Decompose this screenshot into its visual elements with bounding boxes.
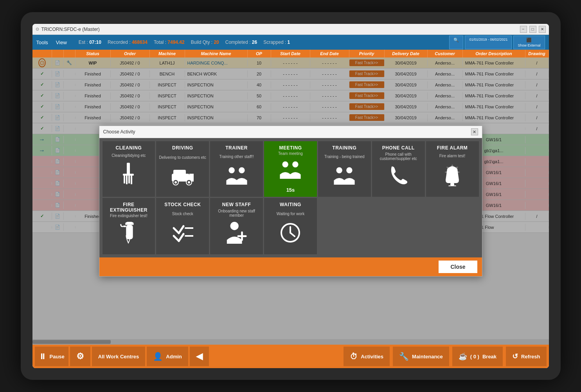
activity-driving-desc: Delivering to customers etc: [159, 155, 206, 160]
activity-phone-title: PHONE CALL: [382, 145, 415, 151]
est-value: 07:10: [89, 40, 101, 45]
show-external-button[interactable]: ⬛ Show External: [513, 36, 545, 49]
waiting-icon: [280, 222, 301, 247]
screen: ⊙ TRICORN:SFDC-e (Master) − □ ✕ Tools Vi…: [32, 24, 549, 368]
tools-menu[interactable]: Tools: [36, 40, 48, 45]
break-count: ( 0 ): [470, 354, 479, 360]
close-modal-button[interactable]: Close: [439, 261, 477, 273]
date-range: 01/01/2019 - 06/02/2021: [469, 38, 507, 41]
activity-training[interactable]: TRAINING Training - being trained: [318, 141, 371, 197]
activity-meeting[interactable]: MEETING Team meeting 15s: [264, 141, 317, 197]
activity-trainer[interactable]: TRAINER Training other staff!!: [210, 141, 263, 197]
scrapped-value: 1: [288, 40, 290, 45]
title-bar-controls: − □ ✕: [520, 26, 546, 33]
menu-right: 🔍 01/01/2019 - 06/02/2021 ⬛ Show Externa…: [449, 36, 545, 49]
build-qty-label: Build Qty :: [191, 40, 212, 45]
activity-fire-alarm-title: FIRE ALARM: [437, 145, 468, 151]
activity-new-staff[interactable]: NEW STAFF Onboarding new staff member: [210, 198, 263, 254]
maintenance-label: Maintenance: [412, 354, 443, 360]
admin-button[interactable]: 👤 Admin: [147, 347, 188, 366]
svg-rect-5: [131, 176, 132, 184]
close-window-button[interactable]: ✕: [539, 26, 546, 33]
svg-rect-8: [173, 170, 186, 175]
svg-rect-23: [123, 226, 126, 227]
minimize-button[interactable]: −: [520, 26, 527, 33]
activity-empty-3: [426, 198, 479, 254]
pause-button[interactable]: ⏸ Pause: [35, 347, 68, 366]
activity-trainer-title: TRAINER: [225, 145, 248, 151]
activities-icon: ⏱: [350, 352, 358, 361]
activity-stock-desc: Stock check: [172, 212, 193, 216]
total-value: 7494.42: [167, 40, 184, 45]
activity-waiting-desc: Waiting for work: [277, 212, 304, 216]
col-header-op: OP: [248, 50, 271, 58]
menu-stats: Est : 07:10 Recorded : 468634 Total : 74…: [79, 40, 290, 45]
break-button[interactable]: ☕ ( 0 ) Break: [452, 347, 503, 366]
svg-point-12: [188, 181, 190, 183]
modal-title-bar: Choose Activity ✕: [99, 126, 482, 138]
col-header-customer: Customer: [428, 50, 463, 58]
calendar-button[interactable]: 01/01/2019 - 06/02/2021: [465, 36, 512, 49]
svg-point-17: [336, 167, 342, 173]
trainer-icon: [225, 165, 248, 190]
external-icon: ⬛: [526, 38, 532, 43]
person-icon: 👤: [153, 352, 163, 361]
activity-phone-call[interactable]: PHONE CALL Phone call with customer/supp…: [372, 141, 425, 197]
activity-driving[interactable]: DRIVING Delivering to customers etc: [156, 141, 209, 197]
refresh-button[interactable]: ↺ Refresh: [506, 347, 546, 366]
pause-icon: ⏸: [39, 352, 47, 361]
search-button[interactable]: 🔍: [449, 36, 463, 49]
search-icon: 🔍: [453, 38, 459, 43]
back-icon: ◀: [196, 351, 203, 361]
modal-title: Choose Activity: [103, 129, 135, 135]
svg-line-25: [179, 226, 183, 233]
bottom-right-controls: ⏱ Activities 🔧 Maintenance ☕ ( 0 ) Break…: [343, 347, 547, 366]
phone-icon: [389, 165, 408, 190]
scrapped-label: Scrapped :: [263, 40, 286, 45]
activity-fire-ext-desc: Fire extinguisher test!: [110, 214, 147, 218]
col-header-delivery: Delivery Date: [385, 50, 428, 58]
svg-rect-19: [450, 183, 454, 185]
refresh-icon: ↺: [512, 352, 518, 361]
activity-phone-desc: Phone call with customer/supplier etc: [374, 152, 423, 161]
svg-point-14: [239, 167, 245, 173]
svg-rect-1: [123, 174, 134, 176]
view-menu[interactable]: View: [56, 40, 67, 45]
settings-button[interactable]: ⚙: [70, 347, 90, 366]
svg-rect-3: [126, 176, 128, 184]
stock-check-icon: [172, 222, 193, 247]
activity-new-staff-desc: Onboarding new staff member: [212, 209, 261, 218]
activity-new-staff-title: NEW STAFF: [222, 202, 251, 207]
activities-button[interactable]: ⏱ Activities: [344, 347, 390, 366]
activity-fire-alarm-desc: Fire alarm test!: [439, 154, 466, 158]
col-header-status: Status: [76, 50, 111, 58]
settings-icon: ⚙: [76, 351, 84, 361]
svg-point-15: [282, 162, 288, 167]
admin-label: Admin: [166, 354, 182, 360]
activity-waiting[interactable]: WAITING Waiting for work: [264, 198, 317, 254]
modal-overlay: Choose Activity ✕ CLEANING Cleaning/tidy…: [32, 58, 549, 345]
activity-cleaning-title: CLEANING: [116, 145, 142, 151]
svg-point-18: [346, 167, 352, 173]
maintenance-icon: 🔧: [399, 352, 409, 361]
activity-stock-check[interactable]: STOCK CHECK Stock check: [156, 198, 209, 254]
col-header-check: [32, 50, 52, 58]
activity-empty-1: [318, 198, 371, 254]
maintenance-button[interactable]: 🔧 Maintenance: [393, 347, 449, 366]
title-bar: ⊙ TRICORN:SFDC-e (Master) − □ ✕: [32, 24, 549, 35]
activity-grid: CLEANING Cleaning/tidying etc: [99, 138, 482, 257]
training-icon: [333, 165, 356, 190]
back-button[interactable]: ◀: [190, 347, 209, 366]
activity-training-title: TRAINING: [332, 145, 356, 151]
est-label: Est :: [79, 40, 88, 45]
modal-x-button[interactable]: ✕: [471, 128, 478, 135]
maximize-button[interactable]: □: [529, 26, 536, 33]
activity-fire-alarm[interactable]: FIRE ALARM Fire alarm test!: [426, 141, 479, 197]
svg-rect-2: [124, 176, 125, 183]
activity-cleaning[interactable]: CLEANING Cleaning/tidying etc: [103, 141, 155, 197]
activity-trainer-desc: Training other staff!!: [219, 155, 254, 159]
activity-fire-extinguisher[interactable]: FIRE EXTINGUISHER Fire extinguisher test…: [103, 198, 155, 254]
all-work-centres-button[interactable]: All Work Centres: [92, 347, 146, 366]
svg-line-35: [290, 233, 295, 236]
svg-line-24: [174, 228, 179, 233]
